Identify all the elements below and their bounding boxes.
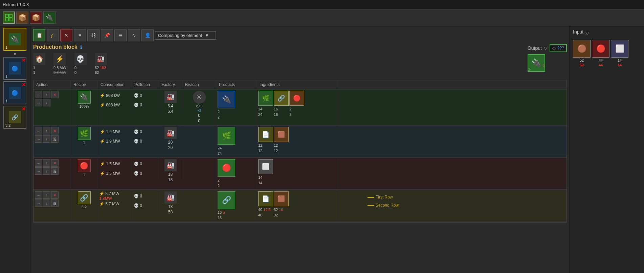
slot-num-3: 1 — [5, 99, 7, 103]
factory-icon: 🏭 — [95, 53, 107, 65]
consumption-val1-2: ⚡ 1.9 MW — [100, 129, 129, 134]
green-circuit-icon[interactable]: 🔌 — [43, 12, 55, 24]
delete-btn-3[interactable]: ✕ — [51, 159, 59, 167]
output-diamond-icon[interactable]: ◇ — [552, 45, 556, 51]
arrow-left-btn-2[interactable]: ← — [35, 127, 42, 134]
delete-btn[interactable]: ✕ — [51, 91, 59, 98]
output-area: Output ▽ ◇ ??? 🔌 2 2 — [528, 44, 567, 75]
close-btn[interactable]: ✕ — [60, 29, 72, 41]
output-item-wrap: 🔌 2 2 — [528, 54, 545, 72]
red-box-icon[interactable]: 📦 — [30, 12, 42, 24]
arrow-down-btn[interactable]: ↓ — [43, 99, 50, 106]
input-box-1[interactable]: 🟤 — [573, 40, 591, 58]
arrow-down-btn-4[interactable]: ↓ — [43, 200, 50, 207]
recipe-icon-4[interactable]: 🔗 — [78, 191, 91, 204]
power-icon: ⚡ — [53, 53, 66, 65]
beacon-cell-1: ✳ x0.5 +3 0 0 — [182, 89, 216, 125]
input-filter-icon[interactable]: ▽ — [585, 30, 589, 36]
link-btn[interactable]: ⛓ — [87, 29, 99, 41]
person-btn[interactable]: 👤 — [141, 29, 154, 41]
input-box-3[interactable]: ⬜ — [611, 40, 628, 58]
products-cell-4: 🔗 16 5 16 — [216, 190, 257, 221]
arrow-left-btn-3[interactable]: ← — [35, 159, 42, 167]
brown-box-icon[interactable]: 📦 — [16, 12, 28, 24]
th-pollution: Pollution — [132, 80, 159, 89]
skull-stat: 💀 0 0 — [74, 53, 87, 75]
learn-btn[interactable]: 🎓 — [47, 29, 59, 41]
arrow-up-btn-3[interactable]: ↑ — [43, 159, 50, 167]
pin-btn[interactable]: 📌 — [101, 29, 113, 41]
table-row-2: ← ↑ ✕ → ↓ ⛓ 🌿 1 — [34, 126, 567, 157]
ingr-icon-1b[interactable]: 🔗 — [274, 91, 289, 106]
th-products: Products — [216, 80, 257, 89]
arrow-left-btn-4[interactable]: ← — [35, 191, 42, 199]
ingr-count-3a: 14 — [258, 175, 336, 180]
th-action: Action — [34, 80, 71, 89]
ingr-icon-1c[interactable]: 🔴 — [289, 91, 304, 106]
house-icon: 🏠 — [33, 53, 45, 65]
ingr-count2-1a: 24 — [258, 112, 273, 117]
chain-btn-4[interactable]: ⛓ — [51, 200, 59, 207]
output-box: ◇ ??? — [550, 44, 567, 52]
ingr-icon-3a[interactable]: ⬜ — [258, 159, 273, 174]
arrow-right-btn-2[interactable]: → — [35, 135, 42, 143]
wave-btn[interactable]: ∿ — [128, 29, 140, 41]
menu-btn[interactable]: ≡ — [74, 29, 86, 41]
computing-dropdown[interactable]: Computing by element ▼ — [155, 31, 216, 40]
ingr-icon-2b[interactable]: 🟫 — [274, 127, 289, 142]
arrow-left-btn[interactable]: ← — [35, 91, 42, 98]
delete-btn-2[interactable]: ✕ — [51, 127, 59, 134]
product-icon-4[interactable]: 🔗 — [218, 191, 235, 209]
slot2-icon: 🔵 — [9, 62, 21, 75]
product-count-4b: 16 — [218, 216, 255, 220]
arrow-up-btn-4[interactable]: ↑ — [43, 191, 50, 199]
th-beacon: Beacon — [182, 80, 216, 89]
arrow-right-btn[interactable]: → — [35, 99, 42, 106]
sidebar-slot-4[interactable]: 🔗 3.2 ✕ — [3, 106, 26, 129]
product-icon-1[interactable]: 🔌 — [218, 91, 235, 108]
output-question-label[interactable]: ??? — [557, 46, 564, 50]
chain-btn-2[interactable]: ⛓ — [51, 135, 59, 143]
chain-btn-3[interactable]: ⛓ — [51, 167, 59, 175]
list-btn[interactable]: ≣ — [114, 29, 127, 41]
arrow-down-btn-3[interactable]: ↓ — [43, 167, 50, 175]
factory-val2-2: 20 — [168, 145, 173, 150]
product-icon-2[interactable]: 🌿 — [218, 127, 235, 145]
input-num1-1: 52 — [580, 58, 584, 62]
action-cell-4: ← ↑ ✕ → ↓ ⛓ — [34, 190, 71, 221]
table-row-3: ← ↑ ✕ → ↓ ⛓ 🔴 1 — [34, 158, 567, 189]
svg-rect-3 — [9, 18, 12, 21]
output-filter-icon[interactable]: ▽ — [544, 45, 548, 51]
products-cell-2: 🌿 24 24 — [216, 126, 257, 157]
arrow-right-btn-4[interactable]: → — [35, 200, 42, 207]
recipe-icon-3[interactable]: 🔴 — [78, 159, 91, 172]
recipe-icon-2[interactable]: 🌿 — [78, 127, 91, 140]
recipe-icon-1[interactable]: 🔌 — [78, 91, 91, 104]
ingr-count-2b: 12 — [274, 143, 289, 147]
sidebar-slot-2[interactable]: 🔵 1 ✕ — [3, 57, 26, 80]
arrow-up-btn[interactable]: ↑ — [43, 91, 50, 98]
recipe-icon-btn[interactable]: 📋 — [33, 29, 45, 41]
recipe-pct-3: 1 — [83, 173, 85, 177]
input-box-2[interactable]: 🔴 — [592, 40, 609, 58]
power-val2: 9.8 MW — [53, 70, 66, 75]
beacon-mult-1: x0.5 — [196, 104, 202, 108]
arrow-right-btn-3[interactable]: → — [35, 167, 42, 175]
ingr-icon-1a[interactable]: 🌿 — [258, 91, 273, 106]
delete-btn-4[interactable]: ✕ — [51, 191, 59, 199]
ingr-icon-4a[interactable]: 📄 — [258, 191, 273, 206]
factory-val1-3: 18 — [168, 172, 173, 177]
content-area: 📋 🎓 ✕ ≡ ⛓ 📌 ≣ ∿ 👤 Computing by element ▼… — [30, 26, 570, 273]
info-icon[interactable]: ℹ — [80, 44, 82, 50]
arrow-down-btn-2[interactable]: ↓ — [43, 135, 50, 143]
ingr-icon-2a[interactable]: 📄 — [258, 127, 273, 142]
ingr-icon-4b[interactable]: 🟫 — [274, 191, 289, 206]
sidebar-slot-active[interactable]: 🔌 1 — [3, 28, 26, 51]
house-stat: 🏠 1 1 — [33, 53, 45, 75]
arrow-up-btn-2[interactable]: ↑ — [43, 127, 50, 134]
pollution-val1-2: 💀 0 — [134, 129, 156, 134]
product-icon-3[interactable]: 🔴 — [218, 159, 235, 177]
sidebar-slot-3[interactable]: 🔵 1 ✕ — [3, 81, 26, 104]
factory-icon-3: 🏭 — [164, 159, 177, 171]
grid-icon[interactable] — [3, 12, 15, 24]
